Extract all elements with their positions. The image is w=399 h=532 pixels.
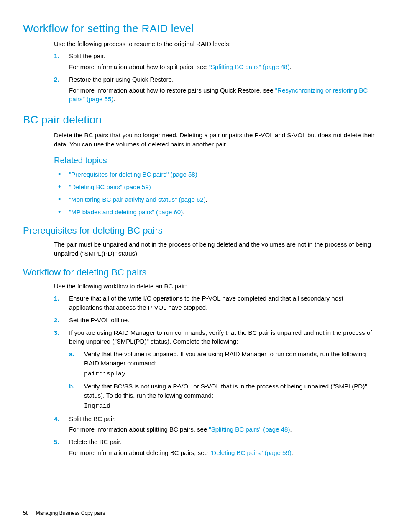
step-more: For more information about deleting BC p… [69, 448, 376, 457]
substeps-list: Verify that the volume is unpaired. If y… [69, 350, 376, 411]
step-text: Ensure that all of the write I/O operati… [69, 295, 343, 311]
text-fragment: . [292, 449, 293, 456]
footer-title: Managing Business Copy pairs [36, 510, 105, 516]
substep-text: Verify that BC/SS is not using a P-VOL o… [84, 382, 376, 400]
link-prereq-deleting[interactable]: "Prerequisites for deleting BC pairs" (p… [69, 171, 197, 178]
list-item: Set the P-VOL offline. [54, 316, 376, 325]
list-item: "Deleting BC pairs" (page 59) [54, 182, 376, 192]
list-item: Ensure that all of the write I/O operati… [54, 294, 376, 312]
link-deleting-bc-pairs[interactable]: "Deleting BC pairs" (page 59) [69, 183, 151, 190]
text-fragment: . [206, 196, 207, 203]
list-item: If you are using RAID Manager to run com… [54, 328, 376, 411]
step-more: For more information about how to restor… [69, 86, 376, 104]
intro-text: Use the following workflow to delete an … [54, 282, 376, 291]
text-fragment: . [290, 426, 292, 433]
step-text: If you are using RAID Manager to run com… [69, 328, 376, 347]
text-fragment: . [290, 63, 292, 70]
heading-bc-pair-deletion: BC pair deletion [23, 112, 376, 128]
step-text: Restore the pair using Quick Restore. [69, 75, 376, 84]
step-text: Set the P-VOL offline. [69, 316, 129, 324]
code-inqraid: Inqraid [84, 402, 376, 411]
list-item: Verify that the volume is unpaired. If y… [69, 350, 376, 378]
heading-workflow-raid: Workflow for setting the RAID level [23, 21, 376, 37]
step-more: For more information about splitting BC … [69, 425, 376, 434]
text-fragment: For more information about how to restor… [69, 87, 275, 94]
page-footer: 58 Managing Business Copy pairs [23, 510, 105, 517]
body-text: The pair must be unpaired and not in the… [54, 240, 376, 258]
substep-text: Verify that the volume is unpaired. If y… [84, 350, 376, 368]
heading-prerequisites: Prerequisites for deleting BC pairs [23, 224, 376, 237]
link-monitoring-bc[interactable]: "Monitoring BC pair activity and status"… [69, 196, 206, 203]
text-fragment: For more information about how to split … [69, 63, 209, 70]
list-item: "Prerequisites for deleting BC pairs" (p… [54, 170, 376, 179]
text-fragment: For more information about splitting BC … [69, 426, 209, 433]
related-topics-list: "Prerequisites for deleting BC pairs" (p… [54, 170, 376, 216]
text-fragment: . [113, 95, 115, 103]
step-text: Split the BC pair. [69, 414, 376, 424]
link-mp-blades[interactable]: "MP blades and deleting pairs" (page 60) [69, 208, 183, 216]
link-deleting-bc-pairs[interactable]: "Deleting BC pairs" (page 59) [210, 449, 292, 456]
page-number: 58 [23, 510, 28, 516]
link-splitting-bc-pairs[interactable]: "Splitting BC pairs" (page 48) [209, 63, 290, 70]
heading-related-topics: Related topics [54, 154, 376, 167]
delete-steps-list: Ensure that all of the write I/O operati… [54, 294, 376, 457]
link-splitting-bc-pairs[interactable]: "Splitting BC pairs" (page 48) [209, 426, 290, 433]
step-text: Split the pair. [69, 51, 376, 61]
step-text: Delete the BC pair. [69, 437, 376, 447]
text-fragment: . [183, 208, 184, 216]
list-item: Delete the BC pair. For more information… [54, 437, 376, 457]
list-item: "Monitoring BC pair activity and status"… [54, 195, 376, 204]
text-fragment: For more information about deleting BC p… [69, 449, 210, 456]
heading-workflow-deleting: Workflow for deleting BC pairs [23, 266, 376, 279]
raid-steps-list: Split the pair. For more information abo… [54, 51, 376, 104]
list-item: Split the BC pair. For more information … [54, 414, 376, 434]
code-pairdisplay: pairdisplay [84, 370, 376, 379]
list-item: "MP blades and deleting pairs" (page 60)… [54, 208, 376, 217]
intro-text: Use the following process to resume to t… [54, 39, 376, 49]
intro-text: Delete the BC pairs that you no longer n… [54, 131, 376, 149]
list-item: Split the pair. For more information abo… [54, 51, 376, 72]
step-more: For more information about how to split … [69, 62, 376, 72]
list-item: Restore the pair using Quick Restore. Fo… [54, 75, 376, 104]
list-item: Verify that BC/SS is not using a P-VOL o… [69, 382, 376, 411]
